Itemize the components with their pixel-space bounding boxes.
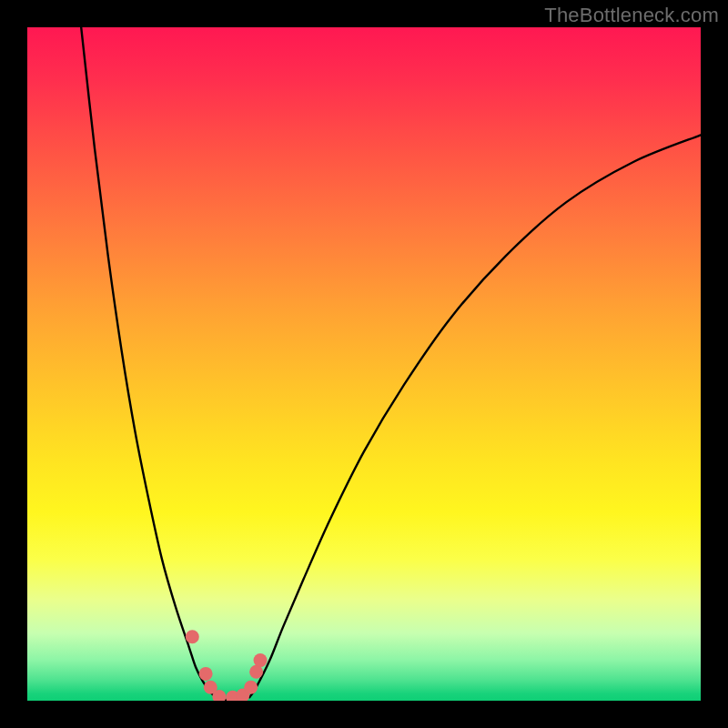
marker-dot [199, 667, 213, 681]
bottleneck-markers [186, 630, 268, 701]
marker-dot [186, 630, 199, 643]
chart-frame: TheBottleneck.com [0, 0, 728, 728]
curve-left [81, 27, 216, 697]
curve-layer [27, 27, 701, 701]
plot-area [27, 27, 701, 701]
curve-right [249, 135, 701, 697]
marker-dot [244, 681, 258, 694]
watermark-text: TheBottleneck.com [544, 4, 719, 27]
marker-dot [254, 653, 268, 667]
